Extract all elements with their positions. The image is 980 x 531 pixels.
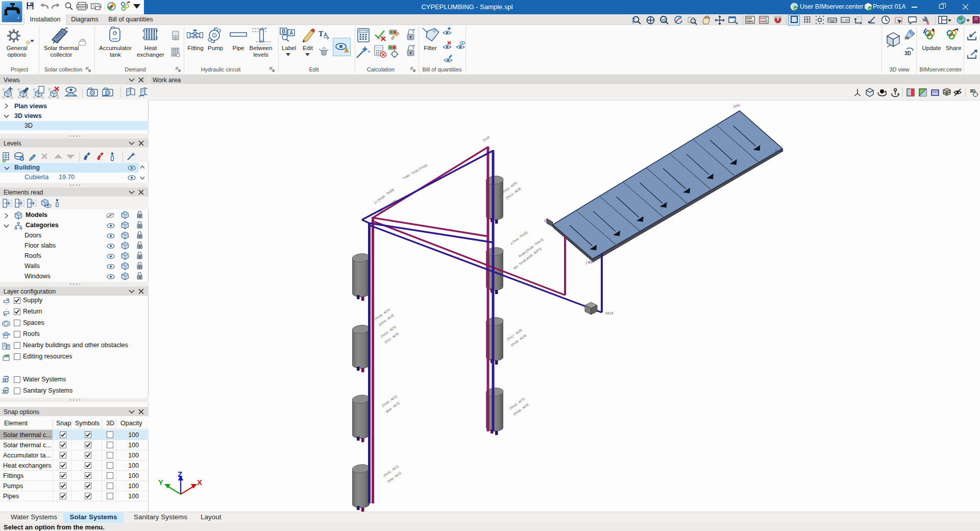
svg-text:3D: 3D (904, 36, 909, 40)
svg-text:T: T (318, 30, 324, 38)
svg-text:4 [TH4 - TH15]: 4 [TH4 - TH15] (510, 231, 528, 246)
svg-text:H5 (TH4 - TH5): H5 (TH4 - TH5) (379, 199, 398, 214)
svg-text:X: X (197, 478, 202, 487)
svg-text:Y: Y (158, 478, 163, 487)
svg-text:Z: Z (178, 470, 182, 478)
svg-text:3>4<: 3>4< (775, 149, 782, 153)
svg-text:5A2A: 5A2A (605, 311, 614, 315)
svg-text:3D: 3D (904, 51, 911, 56)
svg-text:TH15: TH15 (482, 135, 491, 142)
svg-text:s.m.: s.m. (544, 219, 550, 222)
svg-text:A: A (289, 30, 293, 36)
svg-text:3D: 3D (2, 378, 9, 383)
svg-text:3D: 3D (2, 389, 9, 395)
svg-text:B: B (282, 29, 285, 34)
svg-text:DWG: DWG (747, 20, 753, 23)
svg-text:TH40 - TH15 (TH15): TH40 - TH15 (TH15) (402, 163, 428, 180)
svg-text:-3x3): -3x3) (732, 103, 741, 109)
svg-text:x2: x2 (662, 18, 666, 21)
svg-text:(-89>: (-89> (586, 260, 594, 264)
svg-text:1.00: 1.00 (842, 18, 849, 22)
